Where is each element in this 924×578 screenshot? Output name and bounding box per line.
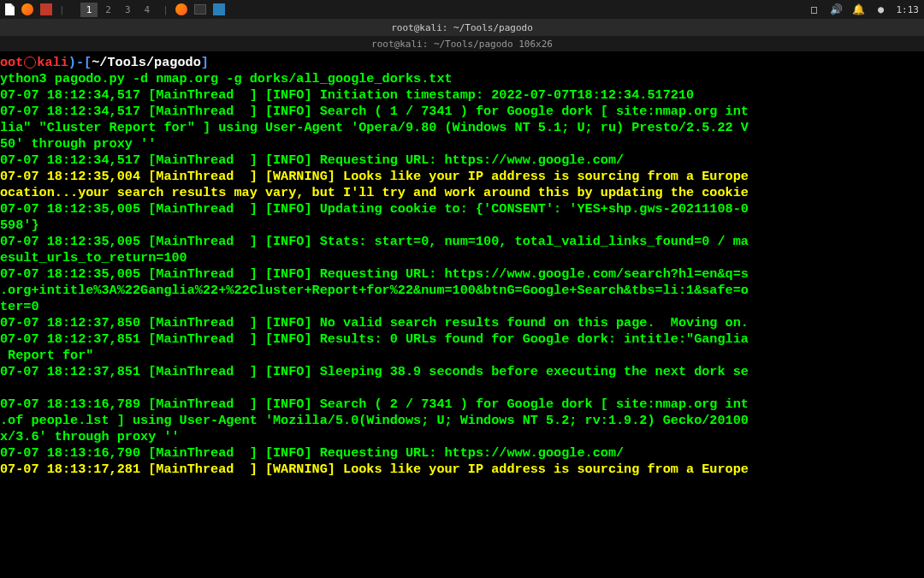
window-subtitle: root@kali: ~/Tools/pagodo 106x26 <box>371 39 553 50</box>
window-title: root@kali: ~/Tools/pagodo <box>391 22 533 33</box>
log-line: 07-07 18:12:35,004 [MainThread ] [WARNIN… <box>0 169 924 185</box>
panel-separator-2: | <box>163 4 169 15</box>
log-line: 07-07 18:12:34,517 [MainThread ] [INFO] … <box>0 104 924 120</box>
app-icon-red[interactable] <box>40 3 52 15</box>
files-icon[interactable] <box>5 3 15 15</box>
terminal-running-icon[interactable] <box>194 4 206 15</box>
record-icon[interactable]: ● <box>874 3 888 16</box>
log-line: ocation...your search results may vary, … <box>0 185 924 201</box>
window-title-bar[interactable]: root@kali: ~/Tools/pagodo <box>0 19 924 36</box>
log-line: esult_urls_to_return=100 <box>0 250 924 266</box>
log-line: 07-07 18:12:35,005 [MainThread ] [INFO] … <box>0 266 924 283</box>
firefox-running-icon[interactable] <box>175 3 187 15</box>
terminal-output[interactable]: ootkali)-[~/Tools/pagodo] ython3 pagodo.… <box>0 51 924 478</box>
log-line: 50' through proxy '' <box>0 136 924 152</box>
log-line: lia" "Cluster Report for" ] using User-A… <box>0 120 924 136</box>
window-subtitle-bar: root@kali: ~/Tools/pagodo 106x26 <box>0 36 924 51</box>
log-line: 07-07 18:13:16,790 [MainThread ] [INFO] … <box>0 445 924 462</box>
workspace-4[interactable]: 4 <box>139 3 157 17</box>
firefox-icon[interactable] <box>21 3 33 15</box>
panel-separator: | <box>59 4 65 15</box>
log-line: 07-07 18:12:35,005 [MainThread ] [INFO] … <box>0 201 924 217</box>
log-line: .of people.lst ] using User-Agent 'Mozil… <box>0 413 924 429</box>
prompt-user: oot <box>0 55 23 70</box>
log-line: ter=0 <box>0 299 924 315</box>
prompt-paren-close: ) <box>68 55 76 70</box>
workspace-1[interactable]: 1 <box>80 3 98 17</box>
workspace-2[interactable]: 2 <box>99 3 117 17</box>
log-line: 07-07 18:12:34,517 [MainThread ] [INFO] … <box>0 87 924 104</box>
log-line: 07-07 18:12:37,850 [MainThread ] [INFO] … <box>0 315 924 331</box>
top-panel: | 1 2 3 4 | □ 🔊 🔔 ● 1:13 <box>0 0 924 19</box>
log-line: 07-07 18:12:37,851 [MainThread ] [INFO] … <box>0 364 924 380</box>
panel-left: | 1 2 3 4 | <box>5 3 225 17</box>
prompt-host: kali <box>37 55 68 70</box>
log-line: Report for" <box>0 348 924 364</box>
log-line <box>0 380 924 396</box>
log-line: 598'} <box>0 217 924 234</box>
log-line: 07-07 18:12:35,005 [MainThread ] [INFO] … <box>0 234 924 250</box>
log-lines: 07-07 18:12:34,517 [MainThread ] [INFO] … <box>0 87 924 478</box>
kali-icon <box>24 57 36 69</box>
log-line: .org+intitle%3A%22Ganglia%22+%22Cluster+… <box>0 283 924 299</box>
panel-right-tray: □ 🔊 🔔 ● 1:13 <box>808 3 920 16</box>
log-line: 07-07 18:13:17,281 [MainThread ] [WARNIN… <box>0 462 924 478</box>
log-line: x/3.6' through proxy '' <box>0 429 924 445</box>
app-running-icon[interactable] <box>213 3 225 15</box>
prompt-bracket-close: ] <box>201 55 209 70</box>
prompt-bracket-open: [ <box>84 55 92 70</box>
command-line: ython3 pagodo.py -d nmap.org -g dorks/al… <box>0 71 453 86</box>
log-line: 07-07 18:12:34,517 [MainThread ] [INFO] … <box>0 152 924 169</box>
screen-icon[interactable]: □ <box>808 3 821 16</box>
notifications-icon[interactable]: 🔔 <box>852 3 866 16</box>
log-line: 07-07 18:12:37,851 [MainThread ] [INFO] … <box>0 331 924 348</box>
speaker-icon[interactable]: 🔊 <box>830 3 844 16</box>
log-line: 07-07 18:13:16,789 [MainThread ] [INFO] … <box>0 396 924 413</box>
prompt-path: ~/Tools/pagodo <box>92 55 201 70</box>
workspace-3[interactable]: 3 <box>119 3 137 17</box>
clock[interactable]: 1:13 <box>897 4 920 15</box>
prompt-dash: - <box>76 55 84 70</box>
workspace-switcher: 1 2 3 4 <box>80 3 157 17</box>
